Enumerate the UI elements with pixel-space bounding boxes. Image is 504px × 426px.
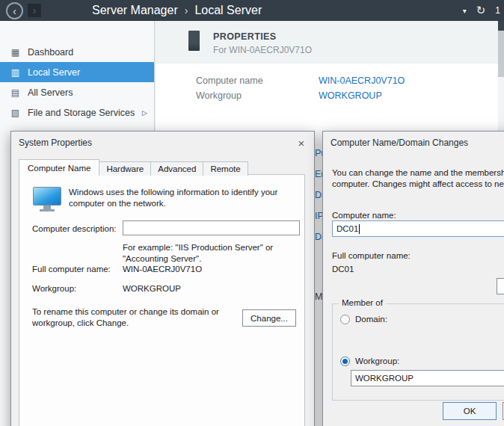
system-properties-dialog: System Properties × Computer Name Hardwa… — [10, 131, 315, 426]
app-title: Server Manager — [92, 4, 178, 17]
computer-name-domain-changes-dialog: Computer Name/Domain Changes You can cha… — [322, 131, 504, 426]
intro-text: Windows uses the following information t… — [69, 187, 296, 209]
scrollbar-top-cap — [498, 21, 504, 31]
sidebar-item-label: Dashboard — [28, 47, 73, 58]
computer-name-label: Computer name: — [332, 211, 396, 220]
sidebar-item-all-servers[interactable]: ▤ All Servers — [0, 82, 154, 102]
breadcrumb: Server Manager › Local Server — [92, 4, 262, 17]
titlebar: ‹ › Server Manager › Local Server ▾ ↻ 1 — [0, 0, 504, 21]
intro-line1: You can change the name and the membersh… — [332, 167, 504, 179]
back-icon: ‹ — [13, 5, 16, 16]
back-button[interactable]: ‹ — [6, 2, 23, 19]
more-button-clipped[interactable] — [497, 278, 504, 294]
dialog-titlebar: Computer Name/Domain Changes — [323, 132, 504, 154]
workgroup-radio[interactable] — [340, 356, 350, 366]
rename-hint-text: To rename this computer or change its do… — [32, 306, 231, 329]
property-label: Workgroup — [196, 90, 242, 101]
computer-name-input[interactable]: DC01 — [332, 220, 504, 237]
refresh-icon[interactable]: ↻ — [476, 4, 486, 17]
sidebar-item-label: Local Server — [28, 67, 80, 78]
dashboard-icon: ▦ — [10, 47, 21, 58]
server-manager-window: ‹ › Server Manager › Local Server ▾ ↻ 1 … — [0, 0, 504, 426]
forward-button[interactable]: › — [28, 4, 41, 17]
computer-name-link[interactable]: WIN-0AECRJ0V71O — [319, 75, 405, 86]
tab-advanced[interactable]: Advanced — [150, 161, 203, 176]
tab-remote[interactable]: Remote — [203, 161, 248, 176]
properties-title: PROPERTIES — [213, 31, 277, 42]
text-cursor — [359, 224, 360, 234]
properties-subtitle: For WIN-0AECRJ0V71O — [213, 45, 312, 55]
change-button[interactable]: Change... — [242, 309, 296, 327]
full-computer-name-label: Full computer name: — [32, 265, 111, 274]
titlebar-actions: ▾ ↻ 1 — [463, 4, 500, 17]
monitor-icon — [33, 187, 63, 214]
server-icon: ▥ — [10, 67, 21, 78]
dialog-title: Computer Name/Domain Changes — [331, 138, 468, 148]
computer-description-input[interactable] — [123, 220, 300, 235]
computer-description-label: Computer description: — [32, 224, 117, 233]
workgroup-label: Workgroup: — [32, 284, 76, 293]
computer-name-input-value: DC01 — [336, 224, 358, 233]
full-computer-name-value: DC01 — [332, 265, 354, 274]
member-of-groupbox: Member of Domain: Workgroup: WORKGROUP — [332, 303, 504, 401]
dialog-titlebar: System Properties × — [11, 132, 314, 154]
tab-page-computer-name: Windows uses the following information t… — [19, 174, 305, 426]
tab-hardware[interactable]: Hardware — [99, 161, 151, 176]
breadcrumb-section: Local Server — [194, 4, 262, 17]
dialog-title: System Properties — [19, 138, 92, 148]
sidebar-item-label: File and Storage Services — [28, 108, 135, 118]
tab-computer-name[interactable]: Computer Name — [19, 159, 99, 176]
close-icon[interactable]: × — [289, 132, 314, 154]
properties-header: PROPERTIES For WIN-0AECRJ0V71O — [156, 21, 504, 64]
full-computer-name-value: WIN-0AECRJ0V71O — [123, 265, 202, 274]
domain-radio-label: Domain: — [355, 315, 387, 324]
workgroup-radio-label: Workgroup: — [355, 356, 399, 365]
clipped-property-value: M — [315, 291, 322, 302]
tab-strip: Computer Name Hardware Advanced Remote — [19, 159, 248, 176]
scrollbar-thumb[interactable] — [498, 31, 504, 77]
servers-icon: ▤ — [10, 87, 21, 98]
workgroup-link[interactable]: WORKGROUP — [319, 90, 382, 101]
member-of-label: Member of — [339, 298, 386, 307]
caret-down-icon[interactable]: ▾ — [463, 7, 467, 15]
forward-icon: › — [33, 5, 37, 16]
intro-text: You can change the name and the membersh… — [332, 167, 504, 190]
breadcrumb-separator: › — [185, 4, 188, 16]
full-computer-name-label: Full computer name: — [332, 251, 411, 260]
workgroup-input[interactable]: WORKGROUP — [351, 370, 504, 386]
description-example-text: For example: "IIS Production Server" or … — [123, 242, 273, 265]
sidebar-item-label: All Servers — [28, 87, 73, 98]
domain-radio[interactable] — [340, 315, 350, 324]
intro-line2: computer. Changes might affect access to… — [332, 179, 504, 190]
ok-button[interactable]: OK — [443, 402, 497, 420]
sidebar-item-local-server[interactable]: ▥ Local Server — [0, 62, 154, 82]
description-example-line2: "Accounting Server". — [123, 253, 273, 265]
chevron-expand-icon: ▷ — [142, 109, 147, 117]
description-example-line1: For example: "IIS Production Server" or — [123, 242, 273, 253]
storage-icon: ▧ — [10, 108, 21, 118]
workgroup-value: WORKGROUP — [123, 284, 181, 293]
sidebar-item-dashboard[interactable]: ▦ Dashboard — [0, 42, 154, 62]
properties-server-icon — [188, 31, 200, 51]
property-label: Computer name — [196, 75, 263, 86]
workgroup-input-value: WORKGROUP — [355, 374, 414, 383]
notification-count[interactable]: 1 — [495, 5, 500, 16]
sidebar-item-file-storage-services[interactable]: ▧ File and Storage Services ▷ — [0, 102, 154, 123]
